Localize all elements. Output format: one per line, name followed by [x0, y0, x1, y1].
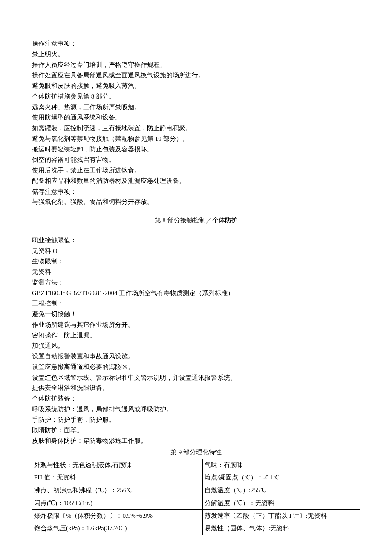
cell-melting: 熔点/凝固点（℃）：-0.1℃ [202, 471, 360, 484]
bio-limit-value: 无资料 [32, 267, 360, 277]
ops-line: 配备相应品种和数量的消防器材及泄漏应急处理设备。 [32, 176, 360, 186]
storage-line: 与强氧化剂、强酸、食品和饲料分开存放。 [32, 197, 360, 207]
ops-line: 操作处置应在具备局部通风或全面通风换气设施的场所进行。 [32, 70, 360, 81]
table-row: PH 值：无资料 熔点/凝固点（℃）：-0.1℃ [32, 471, 360, 484]
cell-decomp: 分解温度（℃）：无资料 [202, 497, 360, 509]
cell-appearance: 外观与性状：无色透明液体,有胺味 [32, 459, 203, 471]
table-row: 沸点、初沸点和沸程（℃）：256℃ 自燃温度（℃）:255℃ [32, 484, 360, 497]
ppe-line: 眼睛防护：面罩。 [32, 425, 360, 436]
bio-limit-title: 生物限制： [32, 256, 360, 267]
ops-line: 个体防护措施参见第 8 部分。 [32, 91, 360, 102]
eng-control-line: 设置应急撤离通道和必要的泻险区。 [32, 362, 360, 372]
eng-control-line: 加强通风。 [32, 340, 360, 351]
exposure-limit-value: 无资料 O [32, 246, 360, 256]
properties-table: 外观与性状：无色透明液体,有胺味 气味：有胺味 PH 值：无资料 熔点/凝固点（… [32, 459, 360, 535]
cell-ph: PH 值：无资料 [32, 471, 203, 484]
ops-line: 如需罐装，应控制流速，且有接地装置，防止静电积聚。 [32, 123, 360, 134]
ops-title: 操作注意事项： [32, 38, 360, 49]
storage-title: 储存注意事项： [32, 186, 360, 197]
eng-control-title: 工程控制： [32, 298, 360, 309]
cell-odor: 气味：有胺味 [202, 459, 360, 471]
ppe-line: 皮肤和身体防护：穿防毒物渗透工作服。 [32, 436, 360, 446]
monitor-title: 监测方法： [32, 277, 360, 288]
exposure-limit-title: 职业接触限值： [32, 235, 360, 246]
eng-control-line: 提供安全淋浴和洗眼设备。 [32, 383, 360, 393]
ppe-line: 手防护：防护手套，防护服。 [32, 415, 360, 425]
ops-line: 倒空的容器可能残留有害物。 [32, 154, 360, 165]
cell-boiling: 沸点、初沸点和沸程（℃）：256℃ [32, 484, 203, 497]
ops-line: 避免与氧化剂等禁配物接触（禁配物参见第 10 部分）。 [32, 134, 360, 144]
section-8-title: 第 8 部分接触控制／个体防护 [32, 215, 360, 226]
ops-line: 避免眼和皮肤的接触，避免吸入蒸汽。 [32, 81, 360, 91]
eng-control-line: 密闭操作，防止泄漏。 [32, 330, 360, 341]
ops-line: 搬运时要轻装轻卸，防止包装及容器损坏。 [32, 144, 360, 155]
section-9-title: 第 9 部分理化特性 [32, 447, 360, 458]
ops-line: 操作人员应经过专门培训，严格遵守操作规程。 [32, 60, 360, 70]
table-row: 闪点(℃)：105°C(1it.) 分解温度（℃）：无资料 [32, 497, 360, 509]
eng-control-line: 设置红色区域警示线、警示标识和中文警示说明，并设置通讯报警系统。 [32, 372, 360, 383]
eng-control-line: 设置自动报警装置和事故通风设施。 [32, 351, 360, 362]
table-row: 外观与性状：无色透明液体,有胺味 气味：有胺味 [32, 459, 360, 471]
ppe-line: 呼吸系统防护：通风，局部排气通风或呼吸防护。 [32, 404, 360, 415]
cell-flash: 闪点(℃)：105°C(1it.) [32, 497, 203, 509]
cell-explosion: 爆炸极限〔%（体积分数）〕：0.9%~6.9% [32, 509, 203, 522]
eng-control-line: 作业场所建议与其它作业场所分开。 [32, 320, 360, 330]
table-row: 饱合蒸气压(kPa)：1.6kPa(37.70C) 易燃性（固体、气体）:无资料 [32, 522, 360, 535]
cell-flammability: 易燃性（固体、气体）:无资料 [202, 522, 360, 535]
cell-evap: 蒸发速率〔乙酸（正）丁酯以 I 计〕:无资料 [202, 509, 360, 522]
cell-autoignition: 自燃温度（℃）:255℃ [202, 484, 360, 497]
cell-vapor: 饱合蒸气压(kPa)：1.6kPa(37.70C) [32, 522, 203, 535]
ops-line: 远离火种、热源，工作场所严禁吸烟。 [32, 102, 360, 113]
ops-line: 使用后洗手，禁止在工作场所进饮食。 [32, 165, 360, 176]
ops-line: 使用防爆型的通风系统和设备。 [32, 112, 360, 123]
ops-line: 禁止明火。 [32, 49, 360, 60]
ppe-title: 个体防护装备： [32, 393, 360, 404]
monitor-value: GBZT160.1~GBZ/T160.81-2004 工作场所空气有毒物质测定（… [32, 288, 360, 299]
table-row: 爆炸极限〔%（体积分数）〕：0.9%~6.9% 蒸发速率〔乙酸（正）丁酯以 I … [32, 509, 360, 522]
eng-control-line: 避免一切接触！ [32, 309, 360, 320]
